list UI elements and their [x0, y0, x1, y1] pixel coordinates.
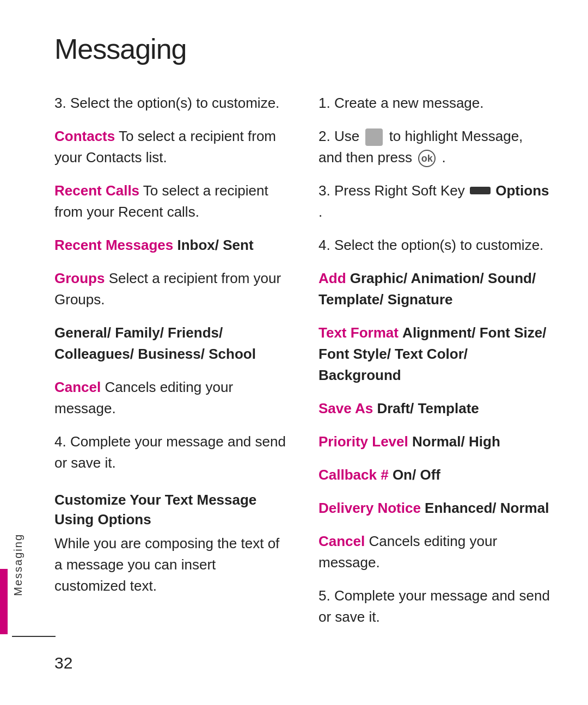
- contacts-item: Contacts To select a recipient from your…: [54, 126, 286, 168]
- delivery-notice-term: Delivery Notice: [318, 500, 421, 516]
- page-container: Messaging 3. Select the option(s) to cus…: [0, 0, 588, 705]
- section-heading2: Using Options: [54, 511, 151, 528]
- recent-messages-term: Recent Messages: [54, 237, 173, 253]
- page-title: Messaging: [54, 33, 550, 65]
- add-description: Graphic/ Animation/ Sound/ Template/ Sig…: [318, 270, 536, 308]
- left-step4-number: 4.: [54, 433, 66, 450]
- content-columns: 3. Select the option(s) to customize. Co…: [54, 93, 550, 640]
- right-step5: 5. Complete your message and send or sav…: [318, 585, 550, 628]
- recent-calls-item: Recent Calls To select a recipient from …: [54, 180, 286, 223]
- right-cancel-item: Cancel Cancels editing your message.: [318, 531, 550, 573]
- page-number: 32: [54, 654, 72, 672]
- callback-description: On/ Off: [393, 467, 440, 483]
- priority-level-term: Priority Level: [318, 433, 408, 450]
- recent-calls-term: Recent Calls: [54, 182, 139, 199]
- left-cancel-item: Cancel Cancels editing your message.: [54, 377, 286, 419]
- right-step2-number: 2.: [318, 128, 330, 144]
- left-column: 3. Select the option(s) to customize. Co…: [54, 93, 286, 640]
- right-step1-number: 1.: [318, 95, 330, 111]
- left-step3: 3. Select the option(s) to customize.: [54, 93, 286, 114]
- right-step4: 4. Select the option(s) to customize.: [318, 235, 550, 256]
- text-format-term: Text Format: [318, 324, 399, 341]
- right-step5-number: 5.: [318, 587, 330, 604]
- callback-item: Callback # On/ Off: [318, 464, 550, 486]
- right-step3-pre: Press Right Soft Key: [334, 182, 469, 199]
- right-step4-text: Select the option(s) to customize.: [334, 237, 543, 253]
- right-column: 1. Create a new message. 2. Use to highl…: [318, 93, 550, 640]
- save-as-item: Save As Draft/ Template: [318, 398, 550, 419]
- nav-icon: [365, 128, 383, 146]
- section-body: While you are composing the text of a me…: [54, 533, 286, 597]
- groups-term: Groups: [54, 270, 105, 286]
- text-format-item: Text Format Alignment/ Font Size/ Font S…: [318, 322, 550, 386]
- right-step2-pre: Use: [334, 128, 363, 144]
- divider-line: [12, 636, 56, 637]
- left-step4: 4. Complete your message and send or sav…: [54, 431, 286, 474]
- section-heading: Customize Your Text Message Using Option…: [54, 490, 286, 530]
- ok-button-icon: ok: [418, 150, 436, 167]
- priority-level-item: Priority Level Normal/ High: [318, 431, 550, 452]
- left-step4-text: Complete your message and send or save i…: [54, 433, 286, 471]
- right-step2-post: .: [442, 149, 445, 165]
- right-step4-number: 4.: [318, 237, 330, 253]
- general-text: General/ Family/ Friends/ Colleagues/ Bu…: [54, 324, 256, 362]
- save-as-term: Save As: [318, 400, 373, 416]
- priority-level-description: Normal/ High: [412, 433, 500, 450]
- right-step3-number: 3.: [318, 182, 330, 199]
- general-item: General/ Family/ Friends/ Colleagues/ Bu…: [54, 322, 286, 365]
- right-step3: 3. Press Right Soft Key Options .: [318, 180, 550, 223]
- right-step5-text: Complete your message and send or save i…: [318, 587, 550, 625]
- contacts-term: Contacts: [54, 128, 115, 144]
- groups-item: Groups Select a recipient from your Grou…: [54, 268, 286, 310]
- add-term: Add: [318, 270, 346, 286]
- sidebar-bar: [0, 569, 8, 634]
- callback-term: Callback #: [318, 467, 389, 483]
- left-cancel-term: Cancel: [54, 379, 101, 395]
- delivery-notice-description: Enhanced/ Normal: [425, 500, 549, 516]
- section-heading1: Customize Your Text Message: [54, 492, 256, 508]
- right-step2: 2. Use to highlight Message, and then pr…: [318, 126, 550, 168]
- recent-messages-item: Recent Messages Inbox/ Sent: [54, 235, 286, 256]
- right-step1-text: Create a new message.: [334, 95, 484, 111]
- left-step3-number: 3.: [54, 95, 66, 111]
- save-as-description: Draft/ Template: [377, 400, 479, 416]
- right-step3-bold: Options: [495, 182, 549, 199]
- right-step1: 1. Create a new message.: [318, 93, 550, 114]
- soft-key-icon: [470, 187, 491, 194]
- left-step3-text: Select the option(s) to customize.: [70, 95, 279, 111]
- delivery-notice-item: Delivery Notice Enhanced/ Normal: [318, 498, 550, 519]
- add-item: Add Graphic/ Animation/ Sound/ Template/…: [318, 268, 550, 310]
- sidebar-label: Messaging: [12, 534, 24, 596]
- right-cancel-term: Cancel: [318, 533, 365, 549]
- right-step3-post: .: [318, 204, 322, 220]
- recent-messages-description: Inbox/ Sent: [177, 237, 253, 253]
